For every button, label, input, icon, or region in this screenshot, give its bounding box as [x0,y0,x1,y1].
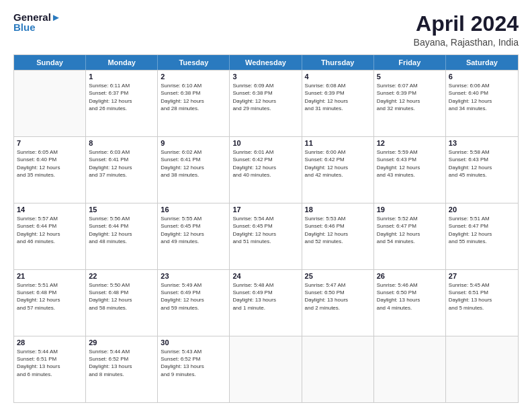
calendar-cell: 1Sunrise: 6:11 AM Sunset: 6:37 PM Daylig… [86,71,158,136]
day-number: 30 [161,338,226,347]
day-number: 24 [232,272,298,280]
day-number: 15 [89,205,154,214]
calendar-body: 1Sunrise: 6:11 AM Sunset: 6:37 PM Daylig… [14,70,518,402]
calendar-cell: 5Sunrise: 6:07 AM Sunset: 6:39 PM Daylig… [374,71,446,136]
calendar-cell: 21Sunrise: 5:51 AM Sunset: 6:48 PM Dayli… [14,270,86,336]
day-info: Sunrise: 5:53 AM Sunset: 6:46 PM Dayligh… [305,215,371,245]
calendar-row: 21Sunrise: 5:51 AM Sunset: 6:48 PM Dayli… [14,269,518,336]
calendar-cell: 20Sunrise: 5:51 AM Sunset: 6:47 PM Dayli… [446,203,518,269]
title-block: April 2024 Bayana, Rajasthan, India [414,12,519,48]
day-info: Sunrise: 5:51 AM Sunset: 6:48 PM Dayligh… [17,281,83,312]
day-info: Sunrise: 6:11 AM Sunset: 6:37 PM Dayligh… [89,82,154,112]
day-number: 18 [305,205,371,214]
day-number: 26 [377,272,443,280]
day-info: Sunrise: 6:01 AM Sunset: 6:42 PM Dayligh… [232,148,298,179]
day-info: Sunrise: 5:48 AM Sunset: 6:49 PM Dayligh… [232,281,298,312]
calendar-cell: 6Sunrise: 6:06 AM Sunset: 6:40 PM Daylig… [446,71,518,136]
calendar-cell [230,336,302,402]
day-info: Sunrise: 6:03 AM Sunset: 6:41 PM Dayligh… [89,148,154,179]
day-info: Sunrise: 6:00 AM Sunset: 6:42 PM Dayligh… [305,148,371,179]
calendar-cell [14,71,86,136]
weekday-header: Sunday [14,55,86,70]
day-number: 10 [232,139,298,147]
weekday-header: Thursday [302,55,374,70]
day-number: 20 [449,205,515,214]
calendar-cell: 8Sunrise: 6:03 AM Sunset: 6:41 PM Daylig… [86,137,158,203]
day-info: Sunrise: 5:54 AM Sunset: 6:45 PM Dayligh… [232,215,298,245]
day-info: Sunrise: 5:43 AM Sunset: 6:52 PM Dayligh… [161,348,226,378]
calendar-cell: 22Sunrise: 5:50 AM Sunset: 6:48 PM Dayli… [86,270,158,336]
calendar-row: 7Sunrise: 6:05 AM Sunset: 6:40 PM Daylig… [14,136,518,203]
day-number: 25 [305,272,371,280]
day-info: Sunrise: 6:09 AM Sunset: 6:38 PM Dayligh… [232,82,298,112]
calendar-cell: 3Sunrise: 6:09 AM Sunset: 6:38 PM Daylig… [230,71,302,136]
calendar-cell: 25Sunrise: 5:47 AM Sunset: 6:50 PM Dayli… [302,270,374,336]
calendar-cell: 30Sunrise: 5:43 AM Sunset: 6:52 PM Dayli… [158,336,230,402]
calendar-cell: 17Sunrise: 5:54 AM Sunset: 6:45 PM Dayli… [230,203,302,269]
calendar-cell: 9Sunrise: 6:02 AM Sunset: 6:41 PM Daylig… [158,137,230,203]
calendar-cell: 19Sunrise: 5:52 AM Sunset: 6:47 PM Dayli… [374,203,446,269]
day-info: Sunrise: 6:07 AM Sunset: 6:39 PM Dayligh… [377,82,443,112]
day-info: Sunrise: 5:52 AM Sunset: 6:47 PM Dayligh… [377,215,443,245]
weekday-header: Saturday [446,55,518,70]
calendar-cell: 7Sunrise: 6:05 AM Sunset: 6:40 PM Daylig… [14,137,86,203]
day-info: Sunrise: 5:56 AM Sunset: 6:44 PM Dayligh… [89,215,154,245]
calendar-cell: 11Sunrise: 6:00 AM Sunset: 6:42 PM Dayli… [302,137,374,203]
calendar-cell: 10Sunrise: 6:01 AM Sunset: 6:42 PM Dayli… [230,137,302,203]
day-info: Sunrise: 5:47 AM Sunset: 6:50 PM Dayligh… [305,281,371,312]
calendar-cell: 27Sunrise: 5:45 AM Sunset: 6:51 PM Dayli… [446,270,518,336]
day-info: Sunrise: 6:02 AM Sunset: 6:41 PM Dayligh… [161,148,226,179]
day-info: Sunrise: 5:59 AM Sunset: 6:43 PM Dayligh… [377,148,443,179]
calendar-header: SundayMondayTuesdayWednesdayThursdayFrid… [14,55,518,70]
day-number: 21 [17,272,83,280]
day-number: 22 [89,272,154,280]
day-number: 7 [17,139,83,147]
day-info: Sunrise: 5:44 AM Sunset: 6:51 PM Dayligh… [17,348,83,378]
calendar-cell: 29Sunrise: 5:44 AM Sunset: 6:52 PM Dayli… [86,336,158,402]
day-info: Sunrise: 5:50 AM Sunset: 6:48 PM Dayligh… [89,281,154,312]
day-number: 17 [232,205,298,214]
day-number: 27 [449,272,515,280]
calendar-cell: 26Sunrise: 5:46 AM Sunset: 6:50 PM Dayli… [374,270,446,336]
weekday-header: Friday [374,55,446,70]
logo: General► Blue [13,12,61,32]
day-info: Sunrise: 5:44 AM Sunset: 6:52 PM Dayligh… [89,348,154,378]
calendar-cell: 28Sunrise: 5:44 AM Sunset: 6:51 PM Dayli… [14,336,86,402]
day-info: Sunrise: 6:08 AM Sunset: 6:39 PM Dayligh… [305,82,371,112]
calendar-cell: 13Sunrise: 5:58 AM Sunset: 6:43 PM Dayli… [446,137,518,203]
calendar-cell: 4Sunrise: 6:08 AM Sunset: 6:39 PM Daylig… [302,71,374,136]
calendar-cell [446,336,518,402]
calendar-cell: 18Sunrise: 5:53 AM Sunset: 6:46 PM Dayli… [302,203,374,269]
day-info: Sunrise: 5:45 AM Sunset: 6:51 PM Dayligh… [449,281,515,312]
day-number: 5 [377,73,443,81]
day-number: 16 [161,205,226,214]
subtitle: Bayana, Rajasthan, India [414,37,519,48]
day-number: 14 [17,205,83,214]
calendar-cell [302,336,374,402]
calendar-cell: 15Sunrise: 5:56 AM Sunset: 6:44 PM Dayli… [86,203,158,269]
day-number: 1 [89,73,154,81]
calendar-cell: 23Sunrise: 5:49 AM Sunset: 6:49 PM Dayli… [158,270,230,336]
day-info: Sunrise: 5:49 AM Sunset: 6:49 PM Dayligh… [161,281,226,312]
day-number: 9 [161,139,226,147]
calendar-cell: 16Sunrise: 5:55 AM Sunset: 6:45 PM Dayli… [158,203,230,269]
page: General► Blue April 2024 Bayana, Rajasth… [0,0,532,411]
calendar-cell: 2Sunrise: 6:10 AM Sunset: 6:38 PM Daylig… [158,71,230,136]
weekday-header: Wednesday [230,55,302,70]
day-number: 6 [449,73,515,81]
calendar-cell: 12Sunrise: 5:59 AM Sunset: 6:43 PM Dayli… [374,137,446,203]
day-info: Sunrise: 5:46 AM Sunset: 6:50 PM Dayligh… [377,281,443,312]
day-number: 11 [305,139,371,147]
day-info: Sunrise: 6:06 AM Sunset: 6:40 PM Dayligh… [449,82,515,112]
weekday-header: Monday [86,55,158,70]
calendar-cell [374,336,446,402]
day-info: Sunrise: 5:57 AM Sunset: 6:44 PM Dayligh… [17,215,83,245]
day-number: 28 [17,338,83,347]
day-info: Sunrise: 5:58 AM Sunset: 6:43 PM Dayligh… [449,148,515,179]
day-info: Sunrise: 5:55 AM Sunset: 6:45 PM Dayligh… [161,215,226,245]
day-number: 12 [377,139,443,147]
day-number: 29 [89,338,154,347]
header: General► Blue April 2024 Bayana, Rajasth… [13,12,519,48]
day-number: 23 [161,272,226,280]
calendar-row: 14Sunrise: 5:57 AM Sunset: 6:44 PM Dayli… [14,203,518,269]
